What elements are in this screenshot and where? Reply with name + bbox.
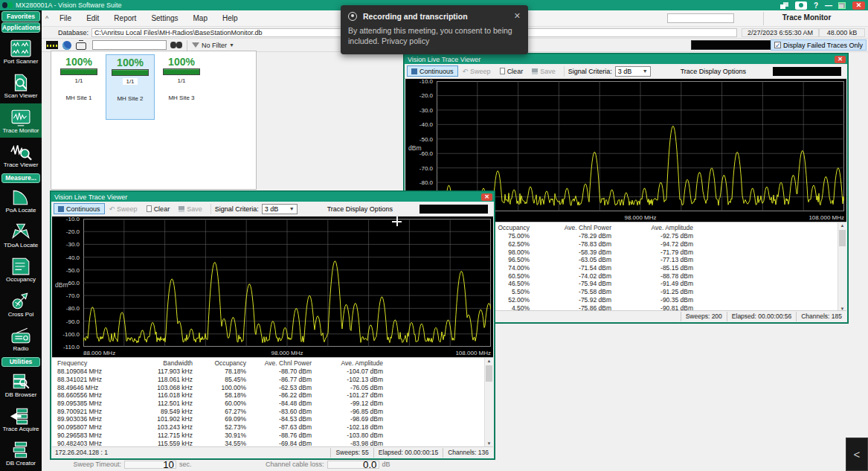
- sidebar-item-port-scanner[interactable]: Port Scanner: [0, 34, 42, 68]
- close-button[interactable]: ✕: [852, 1, 865, 10]
- display-failed-traces-checkbox[interactable]: Display Failed Traces Only: [771, 39, 867, 51]
- sidebar-item-trace-acquire[interactable]: Trace Acquire: [0, 402, 42, 436]
- window-titlebar[interactable]: Vision Live Trace Viewer ✕: [405, 54, 847, 64]
- layers-icon[interactable]: [780, 2, 788, 9]
- sidebar-section-measure[interactable]: Measure...: [1, 173, 40, 183]
- signal-criteria-select[interactable]: 3 dB▼: [615, 66, 651, 77]
- redacted-field[interactable]: [773, 67, 841, 76]
- table-row[interactable]: 89.903036 MHz101.902 kHz69.09%-84.53 dBm…: [52, 415, 493, 423]
- sidebar-item-db-browser[interactable]: DB Browser: [0, 368, 42, 402]
- sweep-button[interactable]: ↶Sweep: [458, 65, 495, 77]
- menu-edit[interactable]: Edit: [79, 14, 106, 22]
- continuous-button[interactable]: Continuous: [54, 203, 105, 214]
- scroll-up-icon[interactable]: ▲: [485, 359, 493, 363]
- table-row[interactable]: 90.482403 MHz115.559 kHz34.55%-69.84 dBm…: [52, 439, 493, 446]
- trace-display-options-label: Trace Display Options: [681, 68, 746, 75]
- sidebar-item-occupancy[interactable]: Occupancy: [0, 253, 42, 287]
- table-row[interactable]: 90.296583 MHz112.715 kHz30.91%-88.76 dBm…: [52, 432, 493, 440]
- table-row[interactable]: 90.095807 MHz103.243 kHz52.73%-87.63 dBm…: [52, 423, 493, 432]
- clear-button[interactable]: Clear: [142, 203, 175, 214]
- continuous-button[interactable]: Continuous: [407, 65, 458, 77]
- spectrum-plot[interactable]: dBm -10.0-20.0-30.0-40.0-50.0-60.0-70.0-…: [52, 217, 493, 357]
- channels-status: Channels: 136: [443, 448, 493, 458]
- scroll-thumb[interactable]: [486, 365, 492, 382]
- sidebar-item-cross-pol[interactable]: Cross Pol: [0, 287, 42, 321]
- y-tick-label: -60.0: [419, 150, 433, 157]
- clear-page-icon: [500, 68, 505, 74]
- table-cell: 30.91%: [195, 432, 248, 439]
- cable-loss-field[interactable]: [327, 461, 379, 469]
- site-progress-bar: [60, 68, 97, 75]
- sidebar-item-tdoa-locate[interactable]: TDoA Locate: [0, 218, 42, 252]
- monitor-icon[interactable]: [76, 42, 86, 50]
- site-tile-mh-site-1[interactable]: 100% 1/1 MH Site 1: [54, 54, 103, 120]
- table-row[interactable]: 89.700921 MHz89.549 kHz67.27%-83.60 dBm-…: [52, 407, 493, 415]
- table-cell: -71.54 dBm: [532, 264, 614, 272]
- redacted-field[interactable]: [419, 205, 488, 214]
- help-icon[interactable]: ?: [814, 1, 818, 10]
- minimize-button[interactable]: —: [825, 1, 832, 10]
- sidebar-applications-button[interactable]: Applications: [1, 22, 40, 33]
- chevron-up-icon[interactable]: ^: [42, 15, 52, 22]
- camera-icon[interactable]: [795, 1, 807, 10]
- sidebar-section-utilities[interactable]: Utilities: [1, 357, 40, 367]
- save-button[interactable]: Save: [174, 203, 207, 214]
- toast-close-icon[interactable]: ✕: [514, 11, 521, 21]
- site-tile-mh-site-3[interactable]: 100% 1/1 MH Site 3: [157, 54, 206, 120]
- filter-dropdown[interactable]: No Filter ▼: [192, 42, 234, 49]
- menu-map[interactable]: Map: [186, 14, 215, 22]
- table-row[interactable]: 88.660556 MHz116.018 kHz58.18%-86.22 dBm…: [52, 391, 493, 400]
- sidebar-item-trace-viewer[interactable]: Trace Viewer: [0, 138, 42, 172]
- privacy-policy-link[interactable]: Privacy policy: [382, 36, 429, 45]
- clear-button[interactable]: Clear: [495, 65, 528, 77]
- scroll-thumb[interactable]: [839, 230, 846, 246]
- table-scrollbar[interactable]: ▲ ▼: [484, 358, 493, 446]
- save-floppy-icon: [532, 68, 538, 74]
- menu-file[interactable]: File: [52, 14, 79, 22]
- table-row[interactable]: 88.49646 MHz103.068 kHz100.00%-62.53 dBm…: [52, 383, 493, 391]
- save-button[interactable]: Save: [527, 65, 560, 77]
- table-cell: -83.60 dBm: [248, 408, 314, 415]
- window-close-button[interactable]: ✕: [835, 56, 846, 63]
- trace-thumbnail-icon[interactable]: [46, 41, 58, 49]
- cross-pol-icon: [9, 292, 33, 311]
- table-row[interactable]: 88.109084 MHz117.903 kHz78.18%-88.70 dBm…: [52, 368, 493, 376]
- site-tile-mh-site-2[interactable]: 100% 1/1 MH Site 2: [106, 54, 155, 120]
- sweep-button[interactable]: ↶Sweep: [105, 203, 142, 214]
- menu-settings[interactable]: Settings: [144, 14, 185, 22]
- search-input[interactable]: [92, 40, 167, 50]
- search-binoculars-icon[interactable]: [170, 41, 182, 50]
- sidebar-item-poa-locate[interactable]: PoA Locate: [0, 184, 42, 218]
- sidebar: Favorites Applications Port ScannerScan …: [0, 10, 42, 471]
- sidebar-item-trace-monitor[interactable]: Trace Monitor: [0, 103, 42, 138]
- header-text-input[interactable]: [667, 13, 734, 23]
- table-scrollbar[interactable]: ▲ ▼: [838, 222, 846, 312]
- database-label: Database:: [42, 29, 91, 36]
- divider: [210, 204, 211, 214]
- window-titlebar[interactable]: Vision Live Trace Viewer ✕: [51, 192, 494, 202]
- table-header-row: FrequencyBandwidthOccupancyAve. Chnl Pow…: [52, 358, 493, 368]
- menu-help[interactable]: Help: [215, 14, 245, 22]
- column-header: Ave. Amplitude: [314, 359, 385, 367]
- sidebar-item-scan-viewer[interactable]: Scan Viewer: [0, 68, 42, 103]
- menu-report[interactable]: Report: [106, 14, 144, 22]
- table-cell: 90.095807 MHz: [55, 423, 129, 431]
- signal-criteria-select[interactable]: 3 dB▼: [262, 204, 298, 214]
- sidebar-favorites-button[interactable]: Favorites: [1, 11, 40, 22]
- panel-collapse-chevron[interactable]: <: [846, 438, 868, 471]
- scroll-up-icon[interactable]: ▲: [838, 223, 846, 228]
- maximize-button[interactable]: [838, 2, 846, 9]
- sidebar-item-radio[interactable]: Radio: [0, 321, 42, 356]
- globe-icon[interactable]: [62, 41, 71, 50]
- table-row[interactable]: 88.341021 MHz118.061 kHz85.45%-86.77 dBm…: [52, 376, 493, 384]
- sweep-timeout-field[interactable]: [124, 461, 176, 469]
- window-close-button[interactable]: ✕: [481, 193, 492, 201]
- column-header: Bandwidth: [129, 359, 195, 367]
- sidebar-item-db-creator[interactable]: DB Creator: [0, 437, 42, 471]
- sidebar-item-list: Port ScannerScan ViewerTrace MonitorTrac…: [0, 34, 42, 471]
- table-row[interactable]: 89.095385 MHz112.501 kHz60.00%-84.48 dBm…: [52, 400, 493, 408]
- scroll-down-icon[interactable]: ▼: [485, 441, 493, 446]
- y-tick-label: -30.0: [419, 106, 433, 113]
- redacted-combo[interactable]: [691, 40, 773, 50]
- x-axis-labels: 88.000 MHz98.000 MHz108.000 MHz: [83, 347, 491, 356]
